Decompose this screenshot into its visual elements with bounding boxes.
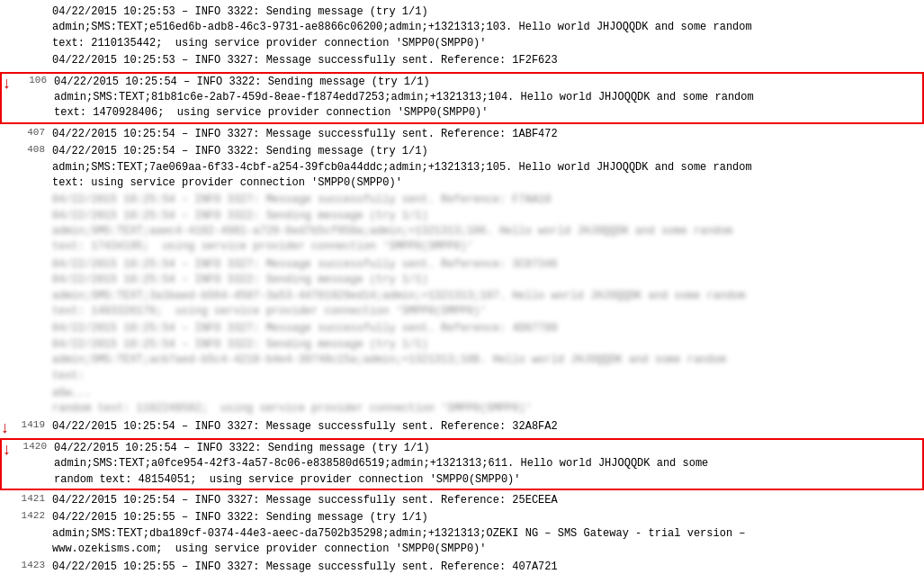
log-text: 04/22/2015 10:25:54 – INFO 3327: Message… xyxy=(50,256,924,321)
log-row: ↓10604/22/2015 10:25:54 – INFO 3322: Sen… xyxy=(0,72,924,124)
line-number: 106 xyxy=(18,74,52,85)
arrow-col xyxy=(0,492,16,494)
log-row: 142104/22/2015 10:25:54 – INFO 3327: Mes… xyxy=(0,492,924,509)
line-number: 407 xyxy=(16,126,50,138)
line-number: 1421 xyxy=(16,492,50,504)
arrow-col xyxy=(0,559,16,561)
log-text: 04/22/2015 10:25:54 – INFO 3322: Sending… xyxy=(52,74,922,122)
log-text: 04/22/2015 10:25:54 – INFO 3327: Message… xyxy=(50,492,924,509)
line-number xyxy=(16,52,50,53)
arrow-col: ↓ xyxy=(2,74,18,92)
arrow-col xyxy=(0,52,16,54)
arrow-col: ↓ xyxy=(2,440,18,458)
log-row: ↓142004/22/2015 10:25:54 – INFO 3322: Se… xyxy=(0,438,924,490)
log-row: 142304/22/2015 10:25:55 – INFO 3327: Mes… xyxy=(0,559,924,575)
arrow-col: ↓ xyxy=(0,418,16,436)
log-text: 04/22/2015 10:25:53 – INFO 3322: Sending… xyxy=(50,4,924,52)
arrow-down-icon: ↓ xyxy=(0,420,10,436)
arrow-col xyxy=(0,192,16,193)
log-row: 04/22/2015 10:25:54 – INFO 3327: Message… xyxy=(0,256,924,321)
arrow-col xyxy=(0,126,16,128)
arrow-col xyxy=(0,256,16,258)
arrow-down-icon: ↓ xyxy=(2,442,12,458)
log-row: aGw... random text: 1102248582; using se… xyxy=(0,385,924,418)
line-number xyxy=(16,4,50,4)
log-row: 04/22/2015 10:25:54 – INFO 3327: Message… xyxy=(0,192,924,256)
line-number xyxy=(16,192,50,193)
log-text: 04/22/2015 10:25:54 – INFO 3327: Message… xyxy=(50,320,924,385)
log-row: ↓141904/22/2015 10:25:54 – INFO 3327: Me… xyxy=(0,418,924,436)
log-text: 04/22/2015 10:25:54 – INFO 3322: Sending… xyxy=(52,440,922,489)
arrow-col xyxy=(0,509,16,511)
log-text: 04/22/2015 10:25:55 – INFO 3327: Message… xyxy=(50,559,924,575)
log-text: 04/22/2015 10:25:54 – INFO 3327: Message… xyxy=(50,126,924,143)
arrow-col xyxy=(0,4,16,5)
arrow-col xyxy=(0,143,16,145)
log-row: 04/22/2015 10:25:53 – INFO 3322: Sending… xyxy=(0,4,924,52)
log-text: 04/22/2015 10:25:54 – INFO 3327: Message… xyxy=(50,418,924,435)
log-container: 04/22/2015 10:25:53 – INFO 3322: Sending… xyxy=(0,0,924,574)
line-number: 1419 xyxy=(16,418,50,430)
line-number: 408 xyxy=(16,143,50,155)
line-number: 1423 xyxy=(16,559,50,570)
arrow-down-icon: ↓ xyxy=(2,76,12,92)
log-text: 04/22/2015 10:25:55 – INFO 3322: Sending… xyxy=(50,509,924,558)
log-row: 04/22/2015 10:25:53 – INFO 3327: Message… xyxy=(0,52,924,69)
log-text: 04/22/2015 10:25:54 – INFO 3327: Message… xyxy=(50,192,924,256)
log-row: 04/22/2015 10:25:54 – INFO 3327: Message… xyxy=(0,320,924,385)
log-row: 142204/22/2015 10:25:55 – INFO 3322: Sen… xyxy=(0,509,924,558)
line-number xyxy=(16,256,50,257)
log-text: 04/22/2015 10:25:54 – INFO 3322: Sending… xyxy=(50,143,924,192)
log-text: aGw... random text: 1102248582; using se… xyxy=(50,385,924,418)
line-number xyxy=(16,385,50,386)
log-text: 04/22/2015 10:25:53 – INFO 3327: Message… xyxy=(50,52,924,69)
line-number: 1422 xyxy=(16,509,50,521)
arrow-col xyxy=(0,320,16,322)
line-number: 1420 xyxy=(18,440,52,452)
log-row: 40704/22/2015 10:25:54 – INFO 3327: Mess… xyxy=(0,126,924,143)
arrow-col xyxy=(0,385,16,387)
log-row: 40804/22/2015 10:25:54 – INFO 3322: Send… xyxy=(0,143,924,192)
line-number xyxy=(16,320,50,321)
